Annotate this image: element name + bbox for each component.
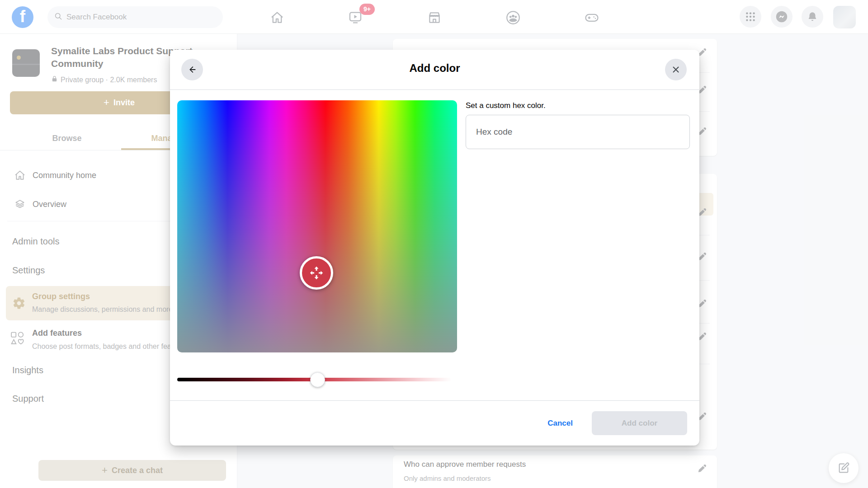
color-gradient-picker[interactable] xyxy=(177,100,457,352)
close-icon xyxy=(671,65,681,75)
color-picker-handle[interactable] xyxy=(300,256,333,290)
add-color-button[interactable]: Add color xyxy=(592,411,687,435)
hex-code-input[interactable] xyxy=(466,115,690,149)
cancel-button[interactable]: Cancel xyxy=(547,419,573,428)
shade-slider-thumb[interactable] xyxy=(310,372,325,387)
modal-header: Add color xyxy=(170,50,699,90)
modal-title: Add color xyxy=(170,62,699,75)
modal-footer: Cancel Add color xyxy=(170,400,699,446)
add-color-modal: Add color Set a custom hex color. Cancel… xyxy=(170,50,699,446)
close-button[interactable] xyxy=(665,59,687,80)
move-arrows-icon xyxy=(309,265,324,281)
hex-section-label: Set a custom hex color. xyxy=(466,101,546,110)
